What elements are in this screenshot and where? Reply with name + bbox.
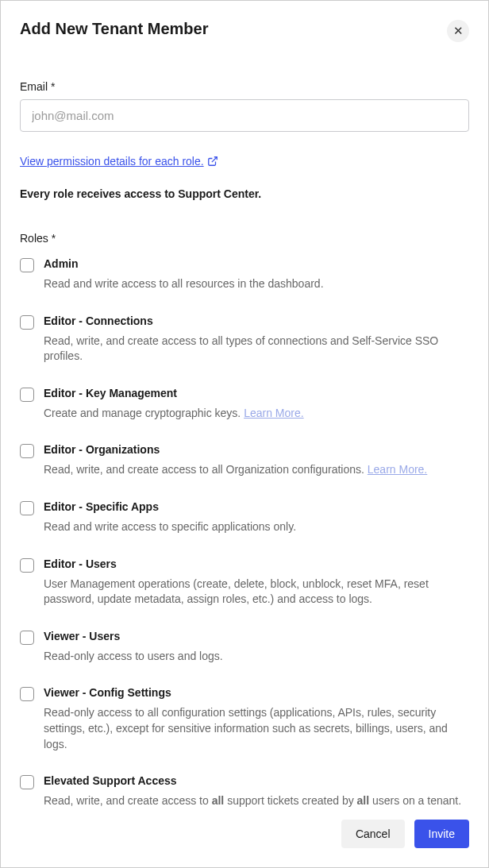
role-item: Viewer - UsersRead-only access to users … [20, 630, 469, 665]
support-center-note: Every role receives access to Support Ce… [20, 187, 469, 200]
role-item: Editor - Key ManagementCreate and manage… [20, 387, 469, 422]
role-checkbox-elevated[interactable] [20, 775, 34, 789]
email-label: Email * [20, 80, 469, 93]
role-content: Elevated Support Access Read, write, and… [44, 774, 469, 807]
role-title: Editor - Connections [44, 314, 469, 327]
role-description: Read, write, and create access to all ty… [44, 334, 469, 365]
email-input[interactable] [20, 99, 469, 132]
role-item: Editor - Specific AppsRead and write acc… [20, 500, 469, 535]
modal-title: Add New Tenant Member [20, 20, 208, 38]
modal-header: Add New Tenant Member ✕ [20, 20, 469, 42]
role-item: Editor - OrganizationsRead, write, and c… [20, 443, 469, 478]
learn-more-link[interactable]: Learn More. [368, 463, 427, 476]
role-content: Editor - OrganizationsRead, write, and c… [44, 443, 469, 478]
role-checkbox[interactable] [20, 631, 34, 645]
role-content: AdminRead and write access to all resour… [44, 257, 469, 292]
role-content: Viewer - UsersRead-only access to users … [44, 630, 469, 665]
role-checkbox[interactable] [20, 444, 34, 458]
role-description: Read-only access to all configuration se… [44, 705, 469, 752]
invite-button[interactable]: Invite [414, 820, 469, 848]
role-title: Viewer - Users [44, 630, 469, 642]
modal-body: Email * View permission details for each… [20, 80, 469, 807]
role-content: Editor - UsersUser Management operations… [44, 557, 469, 608]
permission-details-link[interactable]: View permission details for each role. [20, 155, 218, 168]
role-checkbox[interactable] [20, 501, 34, 515]
role-checkbox[interactable] [20, 315, 34, 330]
external-link-icon [207, 156, 218, 167]
learn-more-link[interactable]: Learn More. [244, 407, 303, 419]
role-content: Editor - ConnectionsRead, write, and cre… [44, 314, 469, 365]
role-title: Elevated Support Access [44, 774, 469, 787]
close-button[interactable]: ✕ [447, 20, 469, 42]
role-checkbox[interactable] [20, 258, 34, 272]
role-item: AdminRead and write access to all resour… [20, 257, 469, 292]
permission-link-row: View permission details for each role. [20, 154, 469, 168]
role-description: Create and manage cryptographic keys. Le… [44, 406, 469, 422]
role-content: Viewer - Config SettingsRead-only access… [44, 686, 469, 752]
add-tenant-member-modal: Add New Tenant Member ✕ Email * View per… [0, 0, 489, 868]
role-description: Read-only access to users and logs. [44, 649, 469, 665]
svg-line-0 [211, 157, 216, 162]
role-checkbox[interactable] [20, 558, 34, 573]
role-description: Read, write, and create access to all su… [44, 793, 469, 807]
permission-link-text: View permission details for each role. [20, 155, 204, 168]
role-content: Editor - Specific AppsRead and write acc… [44, 500, 469, 535]
role-description: Read and write access to all resources i… [44, 276, 469, 292]
role-title: Editor - Users [44, 557, 469, 570]
cancel-button[interactable]: Cancel [341, 820, 405, 848]
role-content: Editor - Key ManagementCreate and manage… [44, 387, 469, 422]
role-description: Read and write access to specific applic… [44, 519, 469, 535]
role-title: Editor - Key Management [44, 387, 469, 399]
roles-list: AdminRead and write access to all resour… [20, 257, 469, 752]
role-title: Editor - Specific Apps [44, 500, 469, 513]
role-title: Viewer - Config Settings [44, 686, 469, 699]
role-item: Editor - UsersUser Management operations… [20, 557, 469, 608]
role-title: Editor - Organizations [44, 443, 469, 456]
role-description: Read, write, and create access to all Or… [44, 462, 469, 478]
role-item: Editor - ConnectionsRead, write, and cre… [20, 314, 469, 365]
role-checkbox[interactable] [20, 687, 34, 701]
role-item: Viewer - Config SettingsRead-only access… [20, 686, 469, 752]
role-description: User Management operations (create, dele… [44, 577, 469, 608]
role-title: Admin [44, 257, 469, 270]
roles-label: Roles * [20, 232, 469, 245]
modal-footer: Cancel Invite [20, 807, 469, 848]
close-icon: ✕ [453, 24, 464, 38]
role-checkbox[interactable] [20, 388, 34, 402]
role-item-elevated: Elevated Support Access Read, write, and… [20, 774, 469, 807]
